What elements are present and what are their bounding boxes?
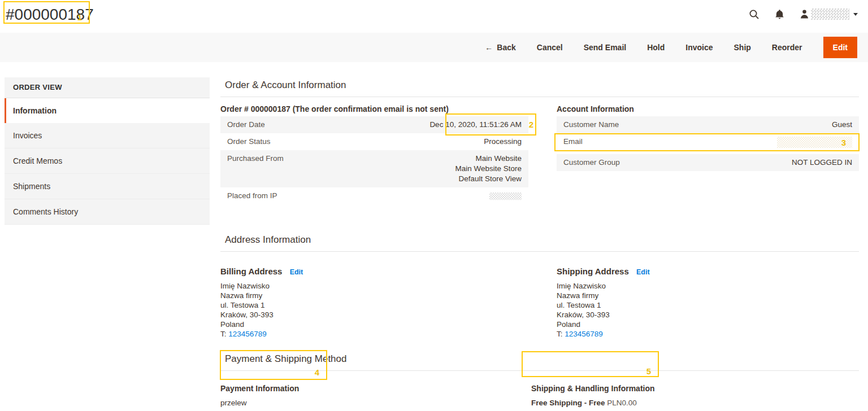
sidebar-title: ORDER VIEW	[5, 77, 210, 98]
ip-redacted	[489, 193, 522, 200]
invoice-button[interactable]: Invoice	[685, 43, 713, 52]
billing-address-block: Billing Address Edit Imię Nazwisko Nazwa…	[220, 257, 528, 339]
order-status-value: Processing	[484, 137, 522, 147]
back-button[interactable]: ← Back	[485, 43, 515, 52]
account-information-block: Account Information Customer Name Guest …	[557, 103, 859, 206]
customer-name-value: Guest	[832, 120, 852, 130]
order-content: Order & Account Information Order # 0000…	[220, 77, 859, 411]
shipping-line-street: ul. Testowa 1	[557, 300, 859, 310]
billing-phone-link[interactable]: 123456789	[228, 330, 267, 338]
order-block-title: Order # 000000187 (The order confirmatio…	[220, 103, 528, 113]
user-icon	[800, 9, 809, 19]
top-header: #000000187	[0, 0, 868, 32]
sidebar-item-credit-memos[interactable]: Credit Memos	[5, 148, 210, 174]
payment-method: przelew	[220, 399, 531, 407]
edit-button[interactable]: Edit	[823, 37, 857, 58]
page-title: #000000187	[6, 6, 94, 23]
order-date-value: Dec 10, 2020, 11:51:26 AM	[429, 120, 522, 130]
ship-button[interactable]: Ship	[734, 43, 751, 52]
billing-line-country: Poland	[220, 320, 528, 329]
order-status-label: Order Status	[227, 137, 271, 147]
table-row-customer-name: Customer Name Guest	[557, 116, 859, 133]
payment-section-title: Payment & Shipping Method	[220, 351, 859, 371]
shipping-line-name: Imię Nazwisko	[557, 281, 859, 291]
billing-line-phone: T: 123456789	[220, 329, 528, 339]
shipping-address-title: Shipping Address Edit	[557, 265, 859, 276]
shipping-method-line: Free Shipping - Free PLN0.00	[531, 399, 859, 407]
order-account-columns: Order # 000000187 (The order confirmatio…	[220, 103, 859, 206]
billing-address-lines: Imię Nazwisko Nazwa firmy ul. Testowa 1 …	[220, 281, 528, 339]
table-row-placed-from-ip: Placed from IP	[220, 187, 528, 206]
billing-phone-label: T:	[220, 330, 228, 338]
cancel-button[interactable]: Cancel	[537, 43, 563, 52]
email-redacted	[777, 137, 852, 148]
order-information-block: Order # 000000187 (The order confirmatio…	[220, 103, 528, 206]
search-icon[interactable]	[749, 9, 760, 20]
shipping-address-edit-link[interactable]: Edit	[636, 268, 650, 276]
customer-name-label: Customer Name	[563, 120, 619, 130]
shipping-method-name: Free Shipping - Free	[531, 399, 605, 407]
shipping-line-city: Kraków, 30-393	[557, 310, 859, 320]
purchased-from-value: Main Website Main Website Store Default …	[455, 154, 522, 184]
caret-down-icon	[853, 13, 858, 18]
sidebar-item-information[interactable]: Information	[5, 98, 210, 123]
back-arrow-icon: ←	[485, 43, 493, 52]
billing-line-street: ul. Testowa 1	[220, 300, 528, 310]
billing-line-city: Kraków, 30-393	[220, 310, 528, 320]
payment-columns: Payment Information przelew The order wa…	[220, 377, 859, 411]
admin-username-redacted	[811, 8, 849, 20]
admin-user-menu[interactable]	[800, 8, 858, 20]
shipping-handling-block: Shipping & Handling Information Free Shi…	[531, 377, 859, 411]
shipping-method-amount: PLN0.00	[607, 399, 637, 407]
email-value	[777, 137, 852, 151]
placed-from-ip-value	[489, 191, 522, 203]
order-account-section-title: Order & Account Information	[220, 77, 859, 97]
order-action-bar: ← Back Cancel Send Email Hold Invoice Sh…	[0, 33, 868, 62]
payment-information-title: Payment Information	[220, 384, 531, 393]
shipping-phone-label: T:	[557, 330, 565, 338]
email-label: Email	[563, 137, 583, 151]
shipping-line-phone: T: 123456789	[557, 329, 859, 339]
shipping-address-lines: Imię Nazwisko Nazwa firmy ul. Testowa 1 …	[557, 281, 859, 339]
purchased-from-line-2: Main Website Store	[455, 164, 522, 173]
send-email-button[interactable]: Send Email	[584, 43, 626, 52]
order-info-table: Order Date Dec 10, 2020, 11:51:26 AM Ord…	[220, 116, 528, 206]
billing-address-title: Billing Address Edit	[220, 265, 528, 276]
hold-button[interactable]: Hold	[647, 43, 665, 52]
shipping-line-country: Poland	[557, 320, 859, 329]
billing-line-company: Nazwa firmy	[220, 291, 528, 300]
billing-address-title-text: Billing Address	[220, 266, 282, 276]
sidebar-item-shipments[interactable]: Shipments	[5, 174, 210, 199]
sidebar-item-invoices[interactable]: Invoices	[5, 123, 210, 148]
table-row-purchased-from: Purchased From Main Website Main Website…	[220, 150, 528, 187]
account-info-table: Customer Name Guest Email Customer Group…	[557, 116, 859, 171]
customer-group-value: NOT LOGGED IN	[792, 158, 852, 168]
shipping-handling-title: Shipping & Handling Information	[531, 384, 859, 393]
shipping-line-company: Nazwa firmy	[557, 291, 859, 300]
table-row-email: Email	[557, 133, 859, 154]
order-view-sidebar: ORDER VIEW Information Invoices Credit M…	[5, 77, 210, 225]
order-date-label: Order Date	[227, 120, 265, 130]
address-columns: Billing Address Edit Imię Nazwisko Nazwa…	[220, 257, 859, 339]
shipping-phone-link[interactable]: 123456789	[565, 330, 603, 338]
header-actions	[749, 6, 858, 20]
placed-from-ip-label: Placed from IP	[227, 191, 277, 203]
sidebar-item-comments-history[interactable]: Comments History	[5, 199, 210, 225]
shipping-address-title-text: Shipping Address	[557, 266, 629, 276]
billing-address-edit-link[interactable]: Edit	[290, 268, 303, 276]
billing-line-name: Imię Nazwisko	[220, 281, 528, 291]
reorder-button[interactable]: Reorder	[772, 43, 802, 52]
address-section-title: Address Information	[220, 232, 859, 252]
purchased-from-label: Purchased From	[227, 154, 284, 184]
table-row-customer-group: Customer Group NOT LOGGED IN	[557, 154, 859, 171]
account-block-title: Account Information	[557, 103, 859, 113]
shipping-address-block: Shipping Address Edit Imię Nazwisko Nazw…	[557, 257, 859, 339]
purchased-from-line-3: Default Store View	[458, 174, 522, 183]
table-row-order-status: Order Status Processing	[220, 133, 528, 150]
purchased-from-line-1: Main Website	[475, 154, 522, 163]
payment-information-block: Payment Information przelew The order wa…	[220, 377, 531, 411]
back-button-label: Back	[497, 43, 515, 52]
notifications-icon[interactable]	[775, 9, 784, 20]
customer-group-label: Customer Group	[563, 158, 620, 168]
table-row-order-date: Order Date Dec 10, 2020, 11:51:26 AM	[220, 116, 528, 133]
